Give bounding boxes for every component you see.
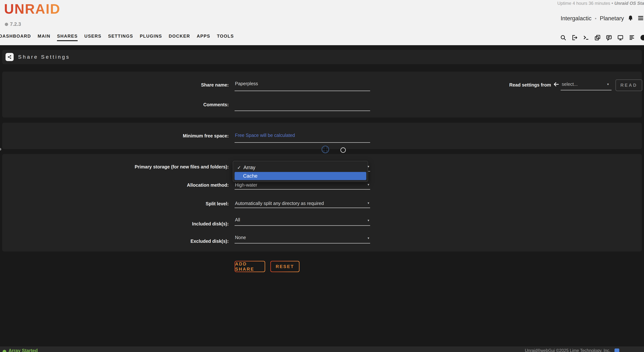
included-disks-label: Included disk(s): <box>0 221 229 226</box>
split-level-label: Split level: <box>0 201 229 206</box>
read-settings-label: Read settings from <box>496 82 551 88</box>
add-share-button[interactable]: ADD SHARE <box>234 261 265 272</box>
primary-storage-label: Primary storage (for new files and folde… <box>0 164 229 170</box>
min-free-space-input[interactable] <box>234 131 370 143</box>
chevron-down-icon: ▼ <box>367 236 370 240</box>
excluded-disks-value: None <box>235 234 246 241</box>
included-disks-select[interactable]: All ▼ <box>234 216 370 226</box>
chevron-down-icon: ▼ <box>367 183 370 186</box>
page-titlebar: Share Settings <box>2 50 642 64</box>
nav-shares[interactable]: SHARES <box>57 34 78 41</box>
version-dot-icon <box>5 23 8 26</box>
page-title: Share Settings <box>18 50 70 64</box>
uptime-label: Uptime 4 hours 36 minutes <box>557 1 610 6</box>
allocation-method-label: Allocation method: <box>0 182 229 188</box>
version-label: 7.2.3 <box>10 22 21 27</box>
nav-docker[interactable]: DOCKER <box>169 34 190 40</box>
comments-input[interactable] <box>234 100 370 111</box>
server-separator: • <box>595 16 596 22</box>
primary-storage-dropdown: ✓ Array Cache <box>233 161 368 182</box>
split-level-select[interactable]: Automatically split any directory as req… <box>234 199 370 208</box>
excluded-disks-select[interactable]: None ▼ <box>234 234 370 244</box>
reset-button[interactable]: RESET <box>270 261 300 272</box>
edge-handle-dot <box>0 148 1 150</box>
share-name-input[interactable] <box>234 80 370 91</box>
nav-users[interactable]: USERS <box>84 34 102 40</box>
uptime-row: Uptime 4 hours 36 minutes • Unraid OS St… <box>557 0 644 6</box>
bell-icon[interactable] <box>627 15 634 22</box>
array-status: Array Started <box>2 346 38 352</box>
monitor-icon[interactable] <box>617 34 624 41</box>
main-nav: DASHBOARD MAIN SHARES USERS SETTINGS PLU… <box>0 34 234 41</box>
dropdown-option-cache-label: Cache <box>243 172 258 180</box>
nav-apps[interactable]: APPS <box>197 34 210 40</box>
excluded-disks-label: Excluded disk(s): <box>0 238 229 244</box>
version-row: 7.2.3 <box>5 22 21 27</box>
share-nodes-icon[interactable] <box>6 53 14 61</box>
chevron-down-icon: ▼ <box>367 202 370 204</box>
server-name: Intergalactic <box>561 15 592 22</box>
chevron-down-icon: ▼ <box>367 219 370 222</box>
header: UNRAID 7.2.3 Uptime 4 hours 36 minutes •… <box>0 0 644 45</box>
copy-icon[interactable] <box>594 34 601 41</box>
array-status-label: Array Started <box>8 346 38 352</box>
nav-dashboard[interactable]: DASHBOARD <box>0 34 31 40</box>
feedback-icon[interactable] <box>606 34 612 41</box>
included-disks-value: All <box>235 216 240 223</box>
profile-circle-icon[interactable] <box>640 34 644 41</box>
share-name-control <box>234 80 370 91</box>
copyright-text: Unraid®webGui ©2025 Lime Technology, Inc… <box>525 348 610 352</box>
chevron-down-icon: ▼ <box>606 83 609 86</box>
dropdown-option-array[interactable]: ✓ Array <box>233 164 368 172</box>
unraid-logo[interactable]: UNRAID <box>4 1 60 17</box>
comments-control <box>234 100 370 111</box>
chevron-down-icon: ▼ <box>367 165 370 168</box>
comments-label: Comments: <box>0 102 229 107</box>
min-free-space-label: Minimum free space: <box>0 133 229 138</box>
search-icon[interactable] <box>560 34 566 41</box>
footer: Array Started Unraid®webGui ©2025 Lime T… <box>0 346 644 352</box>
terminal-icon[interactable] <box>583 34 590 41</box>
server-identity: Intergalactic • Planetary <box>561 15 644 22</box>
hollow-circle-icon <box>340 148 346 153</box>
server-description: Planetary <box>600 15 624 22</box>
dropdown-option-array-label: Array <box>244 164 256 172</box>
uptime-separator: • <box>611 0 613 6</box>
read-settings-select[interactable]: select... ▼ <box>561 79 612 90</box>
share-name-label: Share name: <box>0 82 229 88</box>
status-dot-icon <box>2 350 6 352</box>
checkmark-icon: ✓ <box>237 164 241 172</box>
nav-plugins[interactable]: PLUGINS <box>140 34 162 40</box>
os-edition-label: Unraid OS Starter <box>614 1 644 6</box>
copyright: Unraid®webGui ©2025 Lime Technology, Inc… <box>525 346 619 352</box>
menu-icon[interactable] <box>637 15 644 22</box>
footer-brand-icon <box>614 348 619 352</box>
unraid-share-settings-screen: UNRAID 7.2.3 Uptime 4 hours 36 minutes •… <box>0 0 644 352</box>
log-icon[interactable] <box>628 34 635 41</box>
move-cursor-icon <box>321 145 330 154</box>
nav-settings[interactable]: SETTINGS <box>108 34 133 40</box>
read-button[interactable]: READ <box>616 79 642 91</box>
read-settings-select-value: select... <box>562 79 578 89</box>
split-level-value: Automatically split any directory as req… <box>235 199 324 208</box>
nav-tools[interactable]: TOOLS <box>217 34 234 40</box>
toolbar-icons <box>560 34 644 41</box>
dropdown-option-cache[interactable]: Cache <box>234 172 366 180</box>
min-free-space-control <box>234 131 370 143</box>
sign-out-icon[interactable] <box>571 34 578 41</box>
nav-main[interactable]: MAIN <box>38 34 50 40</box>
arrow-left-icon <box>553 81 559 88</box>
